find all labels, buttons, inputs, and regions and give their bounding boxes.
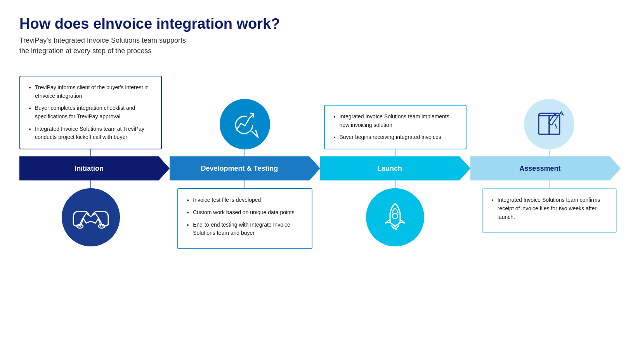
connector-row-top [19, 149, 621, 156]
bullet-item: Custom work based on unique data points [193, 208, 304, 217]
launch-bullet-box: Integrated Invoice Solutions team implem… [324, 105, 467, 149]
launch-label: Launch [377, 165, 402, 173]
svg-marker-5 [560, 112, 563, 115]
bullet-item: Buyer completes integration checklist an… [35, 104, 153, 121]
svg-line-6 [555, 124, 557, 127]
bullet-item: Buyer begins receiving integrated invoic… [340, 133, 458, 142]
assessment-bullet-box: Integrated Invoice Solutions team confir… [482, 188, 617, 233]
launch-icon [366, 188, 424, 246]
initiation-bullet-box: TreviPay informs client of the buyer's i… [19, 76, 162, 149]
svg-point-10 [392, 213, 398, 219]
arrows-row: Initiation Development & Testing Launch [19, 156, 621, 180]
initiation-label: Initiation [75, 165, 104, 173]
page-subtitle: TreviPay's Integrated Invoice Solutions … [19, 35, 621, 56]
bullet-item: End-to-end testing with Integrate Invoic… [193, 221, 304, 237]
development-arrow: Development & Testing [170, 156, 320, 180]
initiation-icon [62, 188, 120, 246]
bullet-item: Integrated Invoice Solutions team confir… [498, 196, 608, 221]
development-icon [220, 99, 270, 149]
col2-top [170, 76, 320, 149]
launch-arrow: Launch [320, 156, 470, 180]
page-title: How does eInvoice integration work? [19, 16, 621, 32]
bullet-item: Invoice test file is developed [193, 196, 304, 205]
col3-top: Integrated Invoice Solutions team implem… [320, 76, 470, 149]
col3-bottom [320, 188, 470, 249]
connector-row-bottom [19, 180, 621, 188]
col1-top: TreviPay informs client of the buyer's i… [19, 76, 170, 149]
assessment-icon [524, 99, 574, 149]
top-row: TreviPay informs client of the buyer's i… [19, 76, 621, 149]
diagram: TreviPay informs client of the buyer's i… [19, 76, 621, 249]
col4-top [470, 76, 621, 149]
assessment-arrow: Assessment [470, 156, 621, 180]
bottom-row: Invoice test file is developed Custom wo… [19, 188, 621, 249]
svg-marker-7 [555, 127, 558, 128]
col2-bottom: Invoice test file is developed Custom wo… [170, 188, 320, 249]
bullet-item: Integrated Invoice Solutions team at Tre… [35, 125, 153, 142]
bullet-item: Integrated Invoice Solutions team implem… [340, 113, 458, 129]
development-bullet-box: Invoice test file is developed Custom wo… [177, 188, 312, 249]
bullet-item: TreviPay informs client of the buyer's i… [35, 83, 153, 100]
initiation-arrow: Initiation [19, 156, 170, 180]
col1-bottom [19, 188, 170, 249]
col4-bottom: Integrated Invoice Solutions team confir… [470, 188, 621, 249]
assessment-label: Assessment [519, 165, 560, 173]
development-label: Development & Testing [201, 165, 278, 173]
